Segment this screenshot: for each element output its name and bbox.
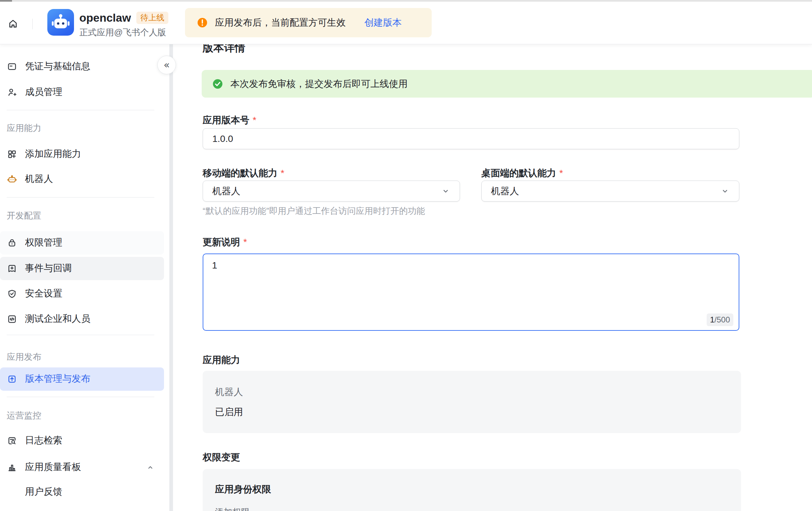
window-top-strip (0, 0, 812, 2)
grid-plus-icon (7, 149, 17, 159)
mobile-capability-select[interactable]: 机器人 (203, 181, 460, 202)
sidebar-item-events-callbacks[interactable]: 事件与回调 (0, 257, 164, 280)
sidebar-item-members[interactable]: 成员管理 (0, 81, 164, 104)
sidebar-divider (7, 335, 154, 335)
update-notes-label: 更新说明* (203, 237, 247, 248)
desktop-capability-select[interactable]: 机器人 (481, 181, 740, 202)
required-mark: * (559, 168, 563, 178)
desktop-capability-label: 桌面端的默认能力* (481, 168, 563, 179)
sidebar-item-bot[interactable]: 机器人 (0, 168, 164, 191)
success-check-icon (212, 78, 224, 90)
sidebar-item-user-feedback[interactable]: 用户反馈 (0, 480, 164, 504)
success-banner-text: 本次发布免审核，提交发布后即可上线使用 (230, 78, 408, 90)
update-notes-value: 1 (212, 260, 218, 270)
select-value: 机器人 (491, 185, 720, 198)
sidebar-scroll-track[interactable] (169, 44, 173, 511)
top-bar: openclaw 待上线 正式应用@飞书个人版 应用发布后，当前配置方可生效 创… (0, 0, 812, 44)
sidebar-item-label: 凭证与基础信息 (25, 60, 90, 72)
alert-icon (196, 17, 208, 29)
sidebar-divider (7, 197, 154, 198)
sidebar: 基础信息 凭证与基础信息 成员管理 应用能力 添加应用能力 机器人 (0, 0, 169, 511)
sidebar-item-label: 用户反馈 (25, 485, 62, 498)
home-icon (8, 18, 18, 29)
user-plus-icon (7, 87, 17, 97)
chevron-down-icon (441, 186, 450, 196)
required-mark: * (281, 168, 284, 178)
main-content: 版本详情 本次发布免审核，提交发布后即可上线使用 应用版本号* 移动端的默认能力… (173, 0, 812, 511)
mobile-capability-label: 移动端的默认能力* (203, 168, 284, 179)
id-card-icon (7, 62, 17, 71)
permission-card: 应用身份权限 添加权限 (203, 469, 741, 511)
sidebar-item-label: 版本管理与发布 (25, 372, 90, 385)
window-top-strip-segment (0, 0, 12, 2)
sidebar-item-permissions[interactable]: 权限管理 (0, 231, 164, 254)
update-notes-textarea[interactable]: 1 1/500 (203, 253, 740, 331)
required-mark: * (243, 237, 247, 247)
log-search-icon (7, 436, 17, 446)
lock-icon (7, 238, 17, 248)
success-banner: 本次发布免审核，提交发布后即可上线使用 (202, 70, 812, 98)
sidebar-section-dev-config: 开发配置 (7, 210, 41, 221)
sidebar-item-label: 安全设置 (25, 287, 62, 300)
sidebar-divider (7, 110, 154, 110)
sidebar-section-app-release: 应用发布 (7, 352, 41, 362)
sidebar-item-quality-dashboard[interactable]: 应用质量看板 (0, 456, 164, 479)
sidebar-item-label: 事件与回调 (25, 262, 72, 274)
sidebar-item-label: 测试企业和人员 (25, 312, 90, 325)
sidebar-item-log-search[interactable]: 日志检索 (0, 429, 164, 452)
sidebar-item-label: 机器人 (25, 173, 53, 185)
sidebar-item-test-org[interactable]: 测试企业和人员 (0, 307, 164, 331)
app-avatar (47, 9, 74, 36)
sidebar-item-version-release[interactable]: 版本管理与发布 (0, 367, 164, 391)
bar-chart-icon (7, 462, 17, 472)
chevron-up-icon[interactable] (146, 463, 155, 472)
select-value: 机器人 (212, 185, 441, 198)
sidebar-item-add-capability[interactable]: 添加应用能力 (0, 143, 164, 166)
alert-text: 应用发布后，当前配置方可生效 (215, 16, 346, 29)
code-square-icon (7, 314, 17, 324)
capability-card: 机器人 已启用 (203, 371, 741, 433)
permission-section-title: 权限变更 (203, 452, 240, 463)
char-counter: 1/500 (707, 313, 733, 326)
bookmark-plus-icon (7, 264, 17, 273)
version-label: 应用版本号* (203, 115, 256, 126)
status-badge: 待上线 (136, 12, 168, 24)
capability-card-status: 已启用 (215, 407, 243, 417)
default-capability-hint: “默认的应用功能”即用户通过工作台访问应用时打开的功能 (203, 205, 425, 217)
required-mark: * (253, 115, 256, 125)
sidebar-item-label: 添加应用能力 (25, 148, 81, 160)
sidebar-item-security[interactable]: 安全设置 (0, 282, 164, 305)
create-version-link[interactable]: 创建版本 (364, 16, 402, 29)
shield-check-icon (7, 289, 17, 299)
header-divider (32, 19, 33, 29)
permission-card-add-row: 添加权限 (215, 507, 250, 511)
sidebar-section-app-capability: 应用能力 (7, 123, 41, 133)
home-button[interactable] (7, 17, 19, 30)
sidebar-item-label: 成员管理 (25, 86, 62, 98)
sidebar-item-label: 权限管理 (25, 236, 62, 249)
sidebar-section-ops-monitoring: 运营监控 (7, 410, 41, 421)
capability-card-name: 机器人 (215, 387, 243, 397)
sidebar-item-label: 应用质量看板 (25, 461, 81, 473)
upload-square-icon (7, 374, 17, 384)
app-window: 基础信息 凭证与基础信息 成员管理 应用能力 添加应用能力 机器人 (0, 0, 812, 511)
sidebar-collapse-button[interactable]: « (157, 56, 176, 74)
sidebar-divider (7, 397, 154, 397)
capability-section-title: 应用能力 (203, 355, 240, 366)
permission-card-title: 应用身份权限 (215, 484, 271, 495)
sidebar-item-label: 日志检索 (25, 434, 62, 447)
app-subtitle: 正式应用@飞书个人版 (79, 27, 166, 38)
sidebar-item-credentials[interactable]: 凭证与基础信息 (0, 55, 164, 78)
app-name: openclaw (79, 11, 131, 24)
chevron-down-icon (720, 186, 730, 196)
publish-alert-banner: 应用发布后，当前配置方可生效 创建版本 (185, 8, 432, 37)
robot-icon (7, 174, 17, 184)
version-input[interactable] (203, 128, 740, 149)
